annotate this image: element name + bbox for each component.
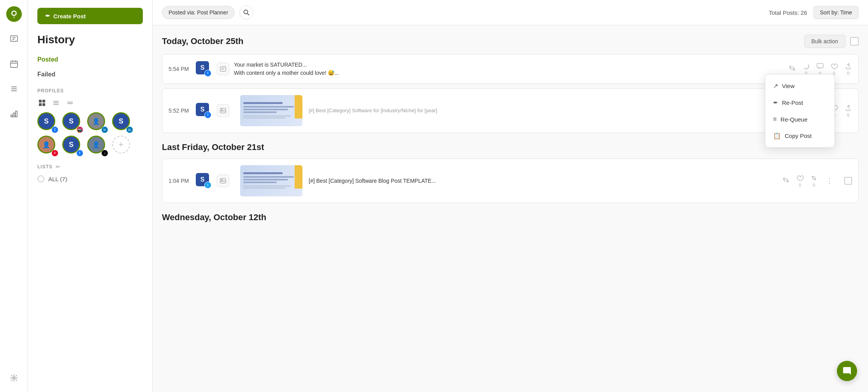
recycle-icon-3[interactable] (782, 176, 790, 186)
fb-badge-post1: f (204, 70, 211, 77)
li-badge-3: in (101, 126, 108, 133)
svg-point-7 (13, 377, 15, 379)
context-view[interactable]: ↗ View (765, 78, 835, 94)
lists-section: LISTS ✏ ALL (7) (37, 164, 143, 184)
svg-rect-15 (817, 64, 823, 68)
settings-icon[interactable] (6, 370, 22, 386)
add-profile-btn[interactable]: + (112, 136, 134, 156)
sort-button[interactable]: Sort by: Time (814, 6, 859, 19)
list-name-all: ALL (7) (48, 176, 67, 182)
post-thumbnail-3 (240, 165, 302, 196)
heart-icon-3[interactable]: 0 (796, 174, 804, 187)
nav-item-failed[interactable]: Failed (37, 69, 143, 80)
top-bar-right: Total Posts: 26 Sort by: Time (769, 6, 859, 19)
ig-badge: 📷 (76, 126, 83, 133)
comment-icon-1[interactable]: 0 (816, 62, 824, 76)
profile-avatar-7[interactable]: 👤 ♪ (87, 136, 107, 156)
post-type-text-1 (217, 63, 229, 75)
today-header-actions: Bulk action (804, 35, 859, 48)
context-menu: ↗ View ✒ Re-Post ≡ Re-Queue 📋 Copy Post (765, 74, 835, 148)
post-type-img-3 (217, 175, 229, 187)
compact-view-icon[interactable] (65, 98, 75, 108)
share-icon-2[interactable]: 0 (844, 104, 852, 117)
pi-badge: P (51, 150, 58, 157)
fb-badge: f (51, 126, 58, 133)
post-text-1b: With content only a mother could love! 😅… (234, 69, 782, 77)
wednesday-section: Wednesday, October 12th (162, 212, 859, 222)
more-options-3[interactable]: ⋮ (824, 175, 835, 186)
svg-rect-5 (13, 113, 15, 117)
svg-rect-9 (42, 100, 45, 102)
platform-icon-1: S f (196, 61, 211, 77)
post-card-2: 5:52 PM S f (162, 88, 859, 133)
post-text-2: [#] Best [Category] Software for [Indust… (309, 107, 782, 115)
profile-avatar-2[interactable]: S 📷 (62, 112, 83, 132)
fb-badge-6: f (76, 150, 83, 157)
analytics-icon[interactable] (6, 106, 22, 122)
requeue-icon: ≡ (773, 116, 777, 123)
profile-avatar-5[interactable]: 👤 P (37, 136, 58, 156)
context-requeue[interactable]: ≡ Re-Queue (765, 111, 835, 127)
context-repost[interactable]: ✒ Re-Post (765, 94, 835, 111)
profile-avatar-4[interactable]: S in (112, 112, 132, 132)
like-icon-1[interactable]: 0 (830, 62, 838, 76)
profile-avatar-3[interactable]: 👤 in (87, 112, 107, 132)
grid-view-icon[interactable] (37, 98, 47, 108)
context-copypost-label: Copy Post (785, 132, 812, 139)
feather-icon: ✒ (45, 12, 50, 19)
logo-icon[interactable] (6, 6, 22, 22)
share-icon-1[interactable]: 0 (844, 62, 852, 76)
create-post-button[interactable]: ✒ Create Post (37, 8, 143, 24)
today-heading: Today, October 25th (162, 36, 243, 46)
sidebar: ✒ Create Post History Posted Failed PROF… (28, 0, 153, 392)
nav-item-posted[interactable]: Posted (37, 54, 143, 65)
profile-avatar-1[interactable]: S f (37, 112, 58, 132)
total-posts: Total Posts: 26 (769, 9, 807, 16)
platform-icon-3: S t (196, 173, 211, 189)
search-button[interactable] (239, 5, 253, 19)
friday-section: Last Friday, October 21st 1:04 PM S t (162, 142, 859, 203)
svg-rect-8 (39, 100, 42, 102)
wednesday-heading: Wednesday, October 12th (162, 212, 266, 222)
li-badge-4: in (126, 126, 133, 133)
post-card-1: 5:54 PM S f Your market is SATURATED... (162, 54, 859, 84)
chat-fab[interactable] (837, 361, 857, 381)
compose-icon[interactable] (6, 31, 22, 47)
svg-rect-6 (16, 111, 17, 117)
create-post-label: Create Post (53, 13, 86, 19)
context-copypost[interactable]: 📋 Copy Post (765, 127, 835, 144)
section-checkbox[interactable] (850, 37, 859, 46)
sidebar-title: History (37, 34, 143, 46)
top-bar: Posted via: Post Planner Total Posts: 26… (153, 0, 868, 25)
context-repost-label: Re-Post (782, 99, 803, 106)
repost-icon: ✒ (773, 99, 778, 106)
svg-rect-3 (11, 61, 18, 67)
list-item-all[interactable]: ALL (7) (37, 174, 143, 184)
friday-heading: Last Friday, October 21st (162, 142, 264, 152)
post-thumbnail-2 (240, 95, 302, 126)
calendar-icon[interactable] (6, 56, 22, 72)
svg-point-14 (803, 64, 809, 69)
svg-rect-11 (42, 103, 45, 106)
retweet-icon-3[interactable]: 0 (810, 174, 818, 187)
context-requeue-label: Re-Queue (780, 116, 807, 123)
view-icon: ↗ (773, 82, 778, 90)
list-view-icon[interactable] (51, 98, 61, 108)
post-content-3: [#] Best [Category] Software Blog Post T… (309, 177, 776, 185)
post-time-2: 5:52 PM (169, 108, 196, 114)
svg-rect-13 (220, 67, 226, 71)
lists-edit-icon[interactable]: ✏ (56, 164, 60, 170)
profile-avatar-6[interactable]: S f (62, 136, 83, 156)
svg-point-1 (12, 12, 16, 15)
list-icon[interactable] (6, 81, 22, 97)
post-text-3: [#] Best [Category] Software Blog Post T… (309, 177, 776, 185)
post-time-3: 1:04 PM (169, 178, 196, 184)
post-checkbox-3[interactable] (844, 177, 852, 185)
filter-chip[interactable]: Posted via: Post Planner (162, 6, 235, 19)
bulk-action-button[interactable]: Bulk action (804, 35, 845, 48)
profiles-view-controls (37, 98, 143, 108)
copy-icon: 📋 (773, 132, 781, 139)
recycle-icon-1[interactable] (788, 64, 796, 74)
post-text-1a: Your market is SATURATED... (234, 61, 782, 69)
lists-label: LISTS (37, 164, 53, 170)
